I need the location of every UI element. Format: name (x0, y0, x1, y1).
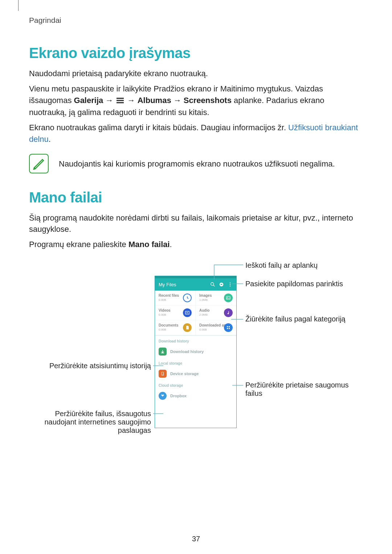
tile-videos[interactable]: Videos 0.00B (155, 305, 196, 320)
bold-albumas: Albumas (138, 96, 171, 105)
tile-audio[interactable]: Audio 2.0MB (196, 305, 236, 320)
page-number: 37 (0, 535, 392, 543)
callout-search: Ieškoti failų ar aplankų (245, 261, 318, 270)
section-cloud-storage: Cloud storage (155, 380, 236, 390)
para-s2-2: Programų ekrane palieskite Mano failai. (29, 239, 363, 250)
phone-screen: My Files Recent files 0.00B (155, 276, 237, 428)
section-local-storage: Local storage (155, 358, 236, 368)
para-s1-1: Naudodami prietaisą padarykite ekrano nu… (29, 68, 363, 79)
arrow: → (103, 96, 115, 105)
section-download-history: Download history (155, 336, 236, 345)
row-device-storage[interactable]: Device storage (155, 368, 236, 380)
svg-point-3 (211, 283, 214, 286)
row-download-history[interactable]: Download history (155, 345, 236, 358)
bold-screenshots: Screenshots (184, 96, 232, 105)
row-label: Dropbox (170, 394, 187, 398)
note-icon (29, 154, 49, 173)
tile-downloaded-apps[interactable]: Downloaded apps 0.00B (196, 320, 236, 335)
menu-icon (115, 95, 125, 107)
para-s2-1: Šią programą naudokite norėdami dirbti s… (29, 212, 363, 235)
row-dropbox[interactable]: Dropbox (155, 390, 236, 402)
page-rule (18, 0, 19, 11)
heading-screenshot: Ekrano vaizdo įrašymas (29, 45, 363, 61)
svg-point-13 (228, 313, 229, 315)
text: Programų ekrane palieskite (29, 240, 128, 249)
app-title: My Files (159, 282, 176, 287)
svg-line-4 (213, 285, 215, 287)
bold-manofailai: Mano failai (128, 240, 170, 249)
svg-point-6 (230, 283, 230, 283)
tile-images[interactable]: Images 1.0MB (196, 291, 236, 305)
svg-rect-14 (227, 326, 228, 327)
svg-marker-12 (187, 312, 188, 313)
tile-documents[interactable]: Documents 0.00B (155, 320, 196, 335)
arrow: → (171, 96, 184, 105)
tile-recent[interactable]: Recent files 0.00B (155, 291, 196, 305)
row-label: Download history (170, 349, 204, 354)
para-s1-3: Ekrano nuotraukas galima daryti ir kitai… (29, 122, 363, 145)
more-icon[interactable] (228, 282, 233, 287)
callout-cloud: Peržiūrėkite failus, išsaugotus naudojan… (29, 410, 151, 435)
para-s1-2: Vienu metu paspauskite ir laikykite Prad… (29, 83, 363, 118)
device-icon (159, 370, 167, 378)
text: Ekrano nuotraukas galima daryti ir kitai… (29, 123, 288, 132)
arrow: → (125, 96, 137, 105)
callout-dlhist: Peržiūrėkite atsisiuntimų istoriją (29, 362, 151, 370)
bold-galerija: Galerija (74, 96, 103, 105)
breadcrumb: Pagrindai (29, 16, 363, 25)
svg-point-8 (230, 286, 230, 286)
storage-icon[interactable] (219, 282, 224, 287)
note-text: Naudojantis kai kuriomis programomis ekr… (59, 154, 335, 170)
figure-my-files: My Files Recent files 0.00B (29, 261, 363, 464)
callout-options: Pasiekite papildomas parinktis (245, 280, 343, 288)
svg-rect-16 (227, 328, 228, 329)
text: . (170, 240, 172, 249)
svg-rect-17 (229, 328, 230, 329)
dropbox-icon (159, 392, 167, 400)
text: . (49, 135, 51, 144)
page-body: Pagrindai Ekrano vaizdo įrašymas Naudoda… (0, 0, 392, 464)
callout-device: Peržiūrėkite prietaise saugomus failus (245, 381, 362, 398)
heading-myfiles: Mano failai (29, 189, 363, 206)
callout-category: Žiūrėkite failus pagal kategoriją (245, 315, 346, 323)
download-icon (159, 348, 167, 356)
category-grid: Recent files 0.00B Images 1.0MB Videos 0… (155, 291, 236, 336)
svg-rect-15 (229, 326, 230, 327)
svg-point-19 (162, 375, 163, 375)
row-label: Device storage (170, 372, 199, 376)
note-block: Naudojantis kai kuriomis programomis ekr… (29, 154, 363, 173)
search-icon[interactable] (210, 282, 215, 287)
svg-point-7 (230, 284, 230, 285)
titlebar: My Files (155, 278, 236, 291)
